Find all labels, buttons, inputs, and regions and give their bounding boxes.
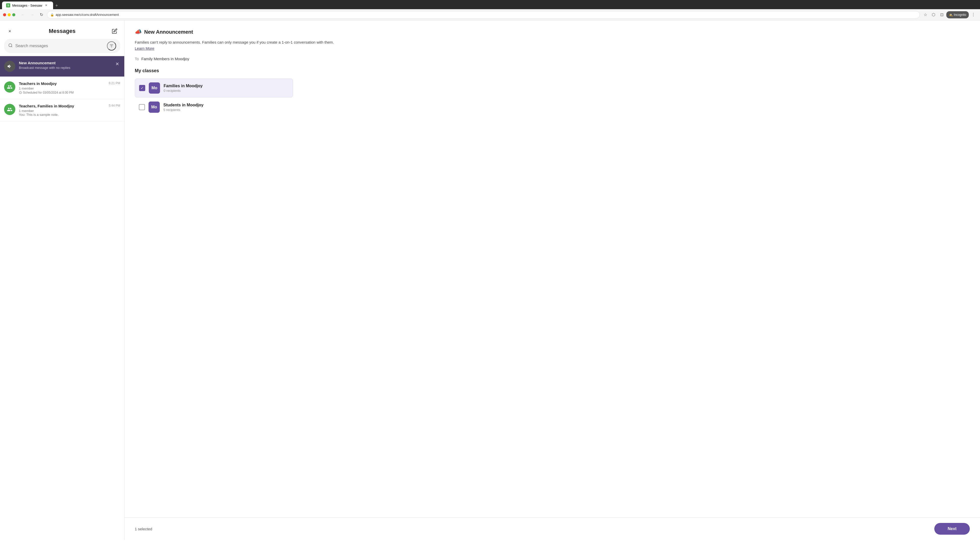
search-icon (8, 43, 13, 49)
filter-btn[interactable] (107, 41, 116, 51)
conv-time-teachers-moodjoy: 6:21 PM (109, 81, 120, 85)
announcement-title: New Announcement (144, 29, 193, 35)
tab-favicon: S (6, 3, 10, 7)
window-controls (3, 13, 15, 16)
class-item-families-moodjoy[interactable]: Mo Families in Moodjoy 0 recipients (135, 79, 293, 97)
announcement-description: Families can't reply to announcements. F… (135, 39, 344, 52)
main-footer: 1 selected Next (124, 518, 980, 540)
conv-sub-new-announcement: Broadcast message with no replies (19, 66, 111, 70)
search-input[interactable] (15, 44, 104, 48)
conv-avatar-teachers-families (4, 104, 15, 115)
new-tab-btn[interactable]: + (53, 2, 60, 9)
conv-avatar-teachers-moodjoy (4, 81, 15, 93)
to-line: To Family Members in Moodjoy (135, 57, 970, 61)
main-area: 📣 New Announcement Families can't reply … (124, 21, 980, 540)
announcement-header: 📣 New Announcement (135, 29, 970, 35)
secure-icon: 🔒 (50, 13, 54, 17)
class-avatar-families-moodjoy: Mo (149, 83, 160, 94)
nav-actions: ☆ ⬡ ⊡ 🕵 Incognito ⋮ (922, 11, 977, 18)
nav-bar: ← → ↻ 🔒 app.seesaw.me/c/conv.draftAnnoun… (0, 9, 980, 21)
close-sidebar-btn[interactable]: ✕ (5, 27, 14, 36)
conv-item-teachers-families-moodjoy[interactable]: Teachers, Families in Moodjoy 1 member Y… (0, 99, 124, 121)
sidebar-header-actions (110, 27, 119, 36)
forward-btn[interactable]: → (29, 11, 36, 18)
profile-btn[interactable]: ⊡ (938, 11, 945, 18)
incognito-badge: 🕵 Incognito (946, 11, 969, 18)
incognito-label: Incognito (954, 13, 966, 17)
app-container: ✕ Messages (0, 21, 980, 540)
next-btn[interactable]: Next (934, 523, 970, 535)
conv-meta-teachers-families: 5:44 PM (109, 104, 120, 107)
reload-btn[interactable]: ↻ (38, 11, 45, 18)
maximize-window-btn[interactable] (12, 13, 15, 16)
svg-point-0 (9, 44, 12, 47)
class-checkbox-families-moodjoy[interactable] (139, 85, 145, 91)
conv-avatar-megaphone (4, 61, 15, 72)
class-name-students-moodjoy: Students in Moodjoy (163, 103, 289, 107)
conv-item-new-announcement[interactable]: New Announcement Broadcast message with … (0, 56, 124, 77)
to-label: To (135, 57, 139, 61)
conv-member-count-teachers: 1 member (19, 86, 105, 90)
conv-content-teachers-families: Teachers, Families in Moodjoy 1 member Y… (19, 104, 105, 117)
conv-time-teachers-families: 5:44 PM (109, 104, 120, 107)
sidebar-header: ✕ Messages (0, 21, 124, 39)
extensions-btn[interactable]: ⬡ (930, 11, 937, 18)
back-btn[interactable]: ← (19, 11, 27, 18)
announcement-icon: 📣 (135, 29, 142, 35)
conv-preview-teachers-families: You: This is a sample note. (19, 113, 105, 117)
conv-name-new-announcement: New Announcement (19, 61, 111, 65)
class-checkbox-students-moodjoy[interactable] (139, 104, 145, 110)
class-name-families-moodjoy: Families in Moodjoy (164, 84, 289, 88)
bookmark-btn[interactable]: ☆ (922, 11, 929, 18)
conv-name-teachers-families: Teachers, Families in Moodjoy (19, 104, 105, 108)
learn-more-link[interactable]: Learn More (135, 46, 154, 51)
sidebar-title: Messages (49, 28, 76, 35)
url-text: app.seesaw.me/c/conv.draftAnnouncement (56, 13, 119, 17)
incognito-icon: 🕵 (949, 13, 953, 17)
class-info-students-moodjoy: Students in Moodjoy 5 recipients (163, 103, 289, 112)
selected-count: 1 selected (135, 527, 152, 531)
conv-scheduled-teachers: Scheduled for 03/05/2024 at 8:00 PM (19, 91, 105, 94)
conversation-list: New Announcement Broadcast message with … (0, 56, 124, 540)
menu-btn[interactable]: ⋮ (970, 11, 977, 18)
conv-meta-new-announcement: ✕ (115, 61, 120, 67)
announcement-desc-text: Families can't reply to announcements. F… (135, 40, 334, 44)
conv-close-btn[interactable]: ✕ (115, 61, 120, 67)
class-avatar-students-moodjoy: Mo (148, 102, 160, 113)
minimize-window-btn[interactable] (8, 13, 11, 16)
conv-content-new-announcement: New Announcement Broadcast message with … (19, 61, 111, 70)
class-recipients-students-moodjoy: 5 recipients (163, 108, 289, 112)
conv-item-teachers-moodjoy[interactable]: Teachers in Moodjoy 1 member Scheduled f… (0, 77, 124, 99)
class-list: Mo Families in Moodjoy 0 recipients Mo S… (135, 79, 293, 116)
to-value: Family Members in Moodjoy (142, 57, 189, 61)
compose-btn[interactable] (110, 27, 119, 36)
my-classes-title: My classes (135, 68, 970, 73)
active-tab[interactable]: S Messages - Seesaw ✕ (2, 2, 53, 9)
conv-content-teachers-moodjoy: Teachers in Moodjoy 1 member Scheduled f… (19, 81, 105, 94)
class-info-families-moodjoy: Families in Moodjoy 0 recipients (164, 84, 289, 93)
class-item-students-moodjoy[interactable]: Mo Students in Moodjoy 5 recipients (135, 98, 293, 116)
conv-meta-teachers-moodjoy: 6:21 PM (109, 81, 120, 85)
address-bar[interactable]: 🔒 app.seesaw.me/c/conv.draftAnnouncement (47, 11, 920, 19)
browser-tabs: S Messages - Seesaw ✕ + (0, 0, 980, 9)
conv-name-teachers-moodjoy: Teachers in Moodjoy (19, 81, 105, 86)
sidebar: ✕ Messages (0, 21, 124, 540)
tab-title: Messages - Seesaw (12, 3, 42, 7)
tab-close-btn[interactable]: ✕ (44, 3, 48, 7)
class-recipients-families-moodjoy: 0 recipients (164, 89, 289, 93)
search-bar (4, 39, 120, 53)
close-window-btn[interactable] (3, 13, 6, 16)
conv-member-count-teachers-families: 1 member (19, 109, 105, 113)
main-content: 📣 New Announcement Families can't reply … (124, 21, 980, 518)
